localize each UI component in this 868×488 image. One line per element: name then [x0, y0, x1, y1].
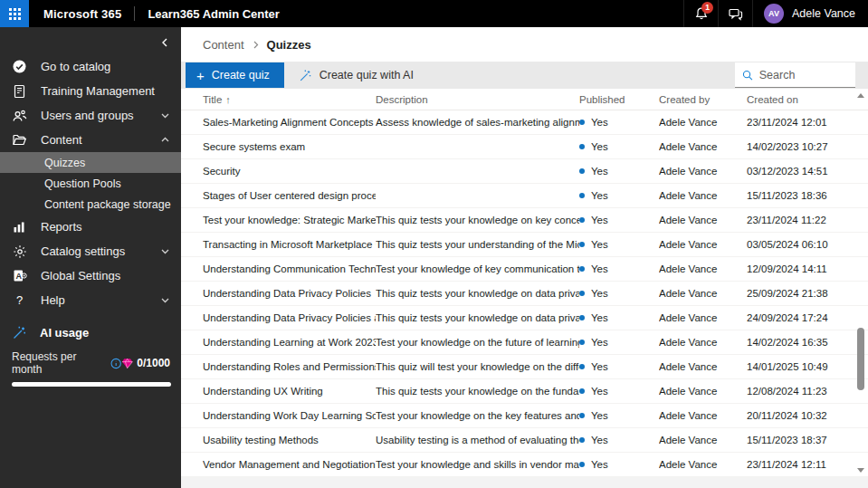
ai-requests-row: Requests per month 0/1000 — [12, 350, 170, 376]
table-row[interactable]: Security Yes Adele Vance 03/12/2023 14:5… — [181, 159, 868, 184]
sidebar-item-go-to-catalog[interactable]: Go to catalog — [0, 54, 181, 79]
published-label: Yes — [591, 435, 608, 445]
published-dot-icon — [579, 315, 585, 321]
sidebar-item-reports[interactable]: Reports — [0, 215, 181, 239]
breadcrumb-chevron-icon — [252, 41, 260, 49]
breadcrumb: Content Quizzes — [181, 27, 868, 62]
sidebar-item-quizzes[interactable]: Quizzes — [0, 152, 181, 173]
cell-created-by: Adele Vance — [659, 361, 747, 372]
published-label: Yes — [591, 215, 608, 225]
cell-created-by: Adele Vance — [659, 312, 747, 323]
sidebar-item-catalog-settings[interactable]: Catalog settings — [0, 239, 181, 263]
table-row[interactable]: Secure systems exam Yes Adele Vance 14/0… — [181, 135, 868, 159]
cell-title: Test your knowledge: Strategic Marketing… — [203, 215, 376, 225]
cell-created-by: Adele Vance — [659, 288, 747, 299]
published-label: Yes — [591, 410, 608, 421]
cell-published: Yes — [579, 239, 659, 250]
cell-title: Stages of User centered design process — [203, 190, 376, 201]
cell-published: Yes — [579, 459, 659, 470]
cell-description: Test your knowledge and skills in vendor… — [376, 459, 579, 470]
user-name: Adele Vance — [792, 7, 855, 20]
column-header-title[interactable]: Title ↑ — [203, 94, 376, 105]
column-header-description[interactable]: Description — [376, 94, 579, 105]
sidebar-nav: Go to catalog Training Management Users … — [0, 27, 181, 488]
published-label: Yes — [591, 459, 608, 470]
cell-published: Yes — [579, 215, 659, 225]
account-menu[interactable]: AV Adele Vance — [752, 0, 868, 27]
cell-published: Yes — [579, 117, 659, 128]
table-row[interactable]: Transacting in Microsoft Marketplace Qui… — [181, 233, 868, 257]
scroll-down-icon[interactable] — [857, 468, 864, 473]
sidebar-item-label: Training Management — [41, 84, 170, 98]
reports-icon — [12, 219, 27, 234]
notifications-button[interactable]: 1 — [683, 0, 718, 27]
column-header-published[interactable]: Published — [579, 94, 659, 105]
table-row[interactable]: Vendor Management and Negotiation Skil..… — [181, 453, 868, 477]
app-launcher-button[interactable] — [0, 0, 29, 27]
cell-created-by: Adele Vance — [659, 459, 747, 470]
table-row[interactable]: Sales-Marketing Alignment Concepts Asses… — [181, 110, 868, 135]
table-row[interactable]: Understanding Learning at Work 2023 Test… — [181, 330, 868, 355]
published-dot-icon — [579, 266, 585, 272]
table-row[interactable]: Understanding Data Privacy Policies and … — [181, 306, 868, 330]
ai-usage-header[interactable]: AI usage — [12, 321, 170, 344]
cell-created-by: Adele Vance — [659, 215, 747, 225]
cell-title: Security — [203, 166, 376, 177]
chevron-down-icon — [160, 295, 170, 305]
sidebar-item-training-management[interactable]: Training Management — [0, 79, 181, 103]
cell-created-by: Adele Vance — [659, 190, 747, 201]
sidebar-item-global-settings[interactable]: A Global Settings — [0, 263, 181, 288]
sidebar-collapse-button[interactable] — [156, 33, 174, 54]
search-input[interactable] — [759, 69, 848, 81]
scrollbar-track[interactable] — [855, 98, 866, 468]
table-row[interactable]: Stages of User centered design process Y… — [181, 184, 868, 208]
sidebar-item-help[interactable]: ? Help — [0, 288, 181, 312]
published-label: Yes — [591, 239, 608, 250]
cell-description: This quiz tests your understanding of th… — [376, 239, 579, 250]
table-row[interactable]: Test your knowledge: Strategic Marketing… — [181, 208, 868, 233]
info-icon[interactable] — [110, 358, 121, 369]
cell-created-by: Adele Vance — [659, 239, 747, 250]
table-row[interactable]: Understanding Work Day Learning Solution… — [181, 404, 868, 428]
column-header-created-on[interactable]: Created on — [747, 94, 841, 105]
sidebar-item-content-package-storage[interactable]: Content package storage — [0, 194, 181, 215]
breadcrumb-current: Quizzes — [267, 38, 311, 52]
avatar[interactable]: AV — [764, 4, 784, 24]
scrollbar-thumb[interactable] — [857, 328, 864, 391]
column-header-created-by[interactable]: Created by — [659, 94, 747, 105]
table-row[interactable]: Understanding UX Writing This quiz tests… — [181, 379, 868, 404]
wand-icon — [299, 69, 312, 82]
sidebar-subitem-label: Quizzes — [44, 157, 85, 169]
table-row[interactable]: Understanding Data Privacy Policies This… — [181, 282, 868, 306]
published-dot-icon — [579, 364, 585, 369]
cell-description: Assess knowledge of sales-marketing alig… — [376, 117, 579, 128]
folder-icon — [12, 132, 27, 148]
create-quiz-with-ai-button[interactable]: Create quiz with AI — [286, 62, 426, 88]
cell-published: Yes — [579, 288, 659, 299]
brand-title[interactable]: Microsoft 365 — [43, 7, 121, 21]
breadcrumb-parent[interactable]: Content — [203, 38, 244, 52]
table-row[interactable]: Usability testing Methods Usability test… — [181, 428, 868, 453]
cell-description: Test your knowledge on the future of lea… — [376, 337, 579, 348]
sidebar-item-label: Users and groups — [41, 109, 160, 122]
cell-title: Vendor Management and Negotiation Skil..… — [203, 459, 376, 470]
table-row[interactable]: Understanding Communication Techniques T… — [181, 257, 868, 282]
sidebar-item-question-pools[interactable]: Question Pools — [0, 173, 181, 194]
sidebar-item-users-and-groups[interactable]: Users and groups — [0, 103, 181, 128]
table-scrollbar[interactable] — [855, 91, 866, 475]
sidebar-subitem-label: Question Pools — [44, 177, 121, 190]
feedback-button[interactable] — [718, 0, 752, 27]
sort-ascending-icon: ↑ — [225, 94, 231, 105]
published-dot-icon — [579, 242, 585, 247]
cell-description: Test your knowledge of key communication… — [376, 263, 579, 274]
sidebar-item-content[interactable]: Content — [0, 128, 181, 152]
cell-published: Yes — [579, 263, 659, 274]
cell-created-on: 12/09/2024 14:11 — [747, 263, 841, 274]
cell-description: This quiz tests your knowledge on data p… — [376, 288, 579, 299]
cell-title: Understanding Data Privacy Policies and … — [203, 312, 376, 323]
published-dot-icon — [579, 462, 585, 467]
table-row[interactable]: Understanding Roles and Permissions in P… — [181, 355, 868, 379]
sidebar-item-label: Help — [41, 293, 160, 307]
create-quiz-button[interactable]: + Create quiz — [186, 62, 284, 88]
cell-created-by: Adele Vance — [659, 141, 747, 152]
